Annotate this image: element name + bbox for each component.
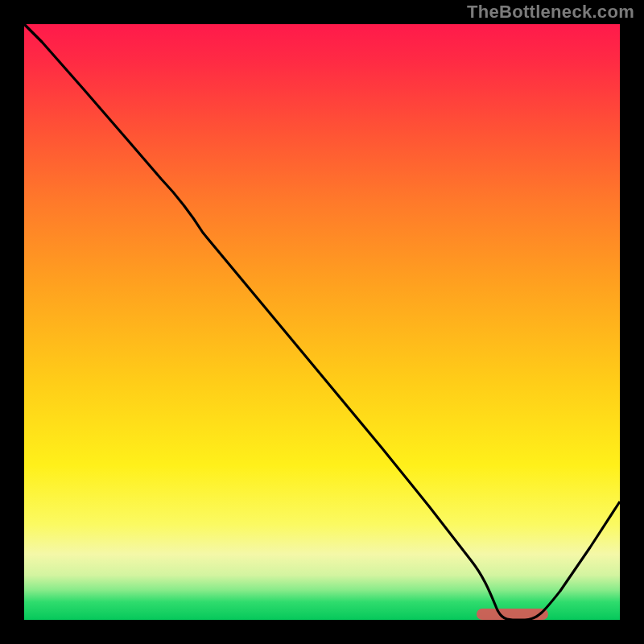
chart-frame: TheBottleneck.com [0,0,644,644]
chart-svg [24,24,620,620]
bottleneck-trace [24,24,620,620]
watermark-text: TheBottleneck.com [467,2,634,23]
plot-area [24,24,620,620]
